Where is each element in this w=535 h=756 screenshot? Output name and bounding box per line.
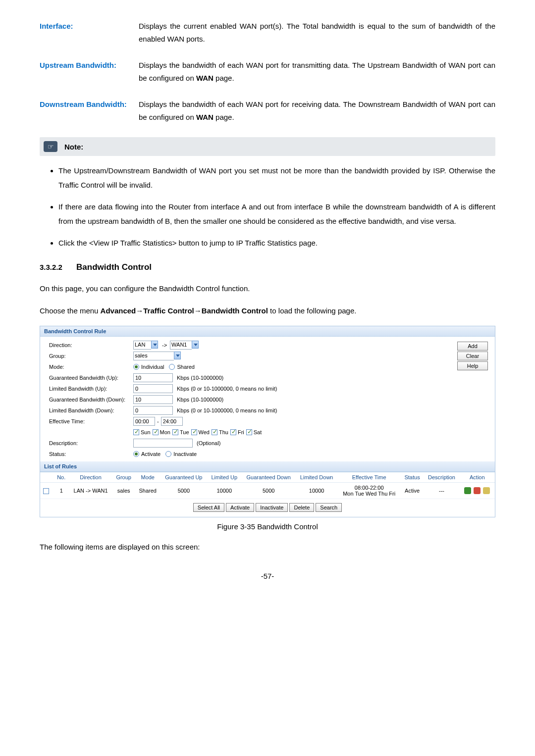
delete-button[interactable]: Delete [289,503,314,512]
label-status: Status: [49,451,133,457]
nav-b1: Advanced [101,306,136,315]
cell-efftime-hours: 08:00-22:00 [341,485,398,491]
col-ld: Limited Down [296,472,338,483]
cell-lu: 10000 [207,483,242,499]
figure-caption: Figure 3-35 Bandwidth Control [40,522,495,531]
table-row[interactable]: 1 LAN -> WAN1 sales Shared 5000 10000 50… [40,483,495,499]
nav-b2: Traffic Control [143,306,194,315]
direction-from-value: LAN [133,341,151,350]
note-bullet-list: The Upstream/Downstream Bandwidth of WAN… [40,164,495,251]
term-upstream: Upstream Bandwidth: [40,59,139,84]
desc-downstream: Displays the bandwidth of each WAN port … [139,98,495,123]
nav-pre: Choose the menu [40,306,101,315]
label-gbw-dn: Guaranteed Bandwidth (Down): [49,397,133,403]
day-sat-checkbox[interactable] [246,429,252,435]
panel-header-rule: Bandwidth Control Rule [40,326,495,337]
search-button[interactable]: Search [316,503,342,512]
section-number: 3.3.2.2 [40,263,62,271]
col-action: Action [460,472,495,483]
col-gd: Guaranteed Down [242,472,296,483]
status-activate-radio[interactable] [133,451,139,457]
mode-shared-radio[interactable] [169,364,175,370]
eff-from-input[interactable] [133,417,155,426]
cell-description: --- [424,483,459,499]
desc-downstream-p2: page. [214,113,234,121]
col-description: Description [424,472,459,483]
label-gbw-up: Guaranteed Bandwidth (Up): [49,375,133,381]
delete-icon[interactable] [474,487,481,494]
nav-arrow2: → [194,306,202,315]
cell-actions [460,483,495,499]
nav-arrow1: → [136,306,143,315]
nav-path-text: Choose the menu Advanced→Traffic Control… [40,303,495,318]
day-tue-checkbox[interactable] [172,429,178,435]
hint-kbps-range0-b: Kbps (0 or 10-1000000, 0 means no limit) [177,407,277,413]
cell-efftime-days: Mon Tue Wed Thu Fri [341,491,398,497]
nav-post: to load the following page. [268,306,356,315]
lbw-up-input[interactable] [133,384,173,393]
desc-downstream-p1: Displays the bandwidth of each WAN port … [139,100,495,121]
mode-individual-radio[interactable] [133,364,139,370]
note-bullet-1: The Upstream/Downstream Bandwidth of WAN… [58,164,495,192]
direction-from-select[interactable]: LAN [133,341,158,350]
note-bullet-3: Click the <View IP Traffic Statistics> b… [58,236,495,251]
select-all-button[interactable]: Select All [193,503,224,512]
label-description: Description: [49,440,133,446]
day-sun-checkbox[interactable] [133,429,139,435]
description-input[interactable] [133,439,193,448]
status-inactivate-text: Inactivate [173,451,197,457]
cell-no: 1 [54,483,69,499]
intro-text: On this page, you can configure the Band… [40,281,495,296]
mode-individual-text: Individual [141,364,164,370]
inactivate-button[interactable]: Inactivate [256,503,288,512]
col-direction: Direction [69,472,112,483]
day-wed-checkbox[interactable] [191,429,197,435]
note-label: Note: [64,143,83,151]
clear-button[interactable]: Clear [457,352,488,360]
lbw-dn-input[interactable] [133,406,173,415]
help-button[interactable]: Help [457,361,488,370]
label-effective-time: Effective Time: [49,418,133,424]
section-title: Bandwidth Control [76,262,152,272]
table-header-row: No. Direction Group Mode Guaranteed Up L… [40,472,495,483]
col-status: Status [401,472,424,483]
col-lu: Limited Up [207,472,242,483]
eff-to-input[interactable] [161,417,183,426]
bandwidth-control-screenshot: Bandwidth Control Rule Direction: LAN ->… [40,326,495,517]
rules-table: No. Direction Group Mode Guaranteed Up L… [40,472,495,499]
eff-dash: - [157,418,159,424]
panel-header-list: List of Rules [40,461,495,472]
nav-b3: Bandwidth Control [202,306,268,315]
col-no: No. [54,472,69,483]
desc-interface: Displays the current enabled WAN port(s)… [139,20,495,45]
col-group: Group [112,472,135,483]
status-activate-text: Activate [141,451,160,457]
cell-efftime: 08:00-22:00 Mon Tue Wed Thu Fri [338,483,401,499]
day-thu-checkbox[interactable] [212,429,217,435]
desc-upstream: Displays the bandwidth of each WAN port … [139,59,495,84]
direction-to-select[interactable]: WAN1 [170,341,199,350]
group-select[interactable]: sales [133,352,181,360]
day-wed-text: Wed [199,429,210,435]
copy-icon[interactable] [483,487,490,494]
col-gu: Guaranteed Up [160,472,207,483]
chevron-down-icon [192,341,199,349]
status-inactivate-radio[interactable] [165,451,171,457]
gbw-dn-input[interactable] [133,395,173,404]
note-bullet-2: If there are data flowing into the Route… [58,200,495,228]
day-mon-checkbox[interactable] [153,429,159,435]
add-button[interactable]: Add [457,342,488,351]
desc-downstream-bold: WAN [196,113,214,121]
page-number: -57- [40,572,495,580]
day-sun-text: Sun [141,429,151,435]
row-select-checkbox[interactable] [43,488,49,494]
day-fri-checkbox[interactable] [230,429,236,435]
cell-direction: LAN -> WAN1 [69,483,112,499]
gbw-up-input[interactable] [133,373,173,382]
desc-upstream-bold: WAN [196,74,214,82]
activate-button[interactable]: Activate [226,503,254,512]
edit-icon[interactable] [464,487,471,494]
chevron-down-icon [174,352,181,359]
cell-gu: 5000 [160,483,207,499]
label-group: Group: [49,353,133,359]
